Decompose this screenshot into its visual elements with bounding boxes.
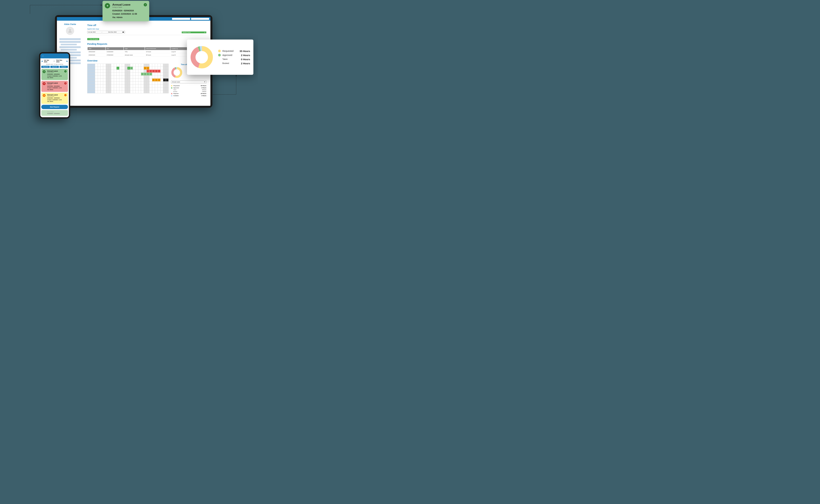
calendar-cell[interactable] xyxy=(166,79,169,82)
calendar-cell[interactable] xyxy=(163,79,166,82)
calendar-cell[interactable] xyxy=(155,90,158,93)
calendar-cell[interactable] xyxy=(144,64,147,67)
calendar-cell[interactable] xyxy=(122,67,125,70)
calendar-cell[interactable] xyxy=(158,76,160,79)
calendar-cell[interactable] xyxy=(125,73,127,76)
calendar-cell[interactable] xyxy=(95,82,98,84)
calendar-cell[interactable] xyxy=(109,82,111,84)
calendar-cell[interactable]: ✈ xyxy=(144,67,147,70)
calendar-cell[interactable] xyxy=(155,73,158,76)
date-arrows-icon[interactable]: ◀▶ xyxy=(122,31,124,33)
leave-card[interactable]: Going to Spain 01/04/2024 - 02/04/2024 xyxy=(41,110,68,116)
sidebar-nav-item[interactable] xyxy=(59,41,81,43)
calendar-cell[interactable] xyxy=(111,73,114,76)
calendar-cell[interactable] xyxy=(95,79,98,82)
calendar-cell[interactable] xyxy=(136,82,138,84)
calendar-cell[interactable]: ✈ xyxy=(149,73,152,76)
calendar-cell[interactable] xyxy=(149,76,152,79)
calendar-cell[interactable] xyxy=(138,76,141,79)
calendar-cell[interactable] xyxy=(117,70,119,73)
calendar-cell[interactable] xyxy=(144,87,147,90)
calendar-cell[interactable] xyxy=(109,64,111,67)
calendar-cell[interactable] xyxy=(138,82,141,84)
calendar-cell[interactable] xyxy=(138,79,141,82)
calendar-cell[interactable] xyxy=(109,84,111,87)
leave-card[interactable]: ✈ ✕ Annual Leave Sabbatical 01/07/2024 -… xyxy=(41,81,68,92)
calendar-cell[interactable]: ✈ xyxy=(152,70,155,73)
calendar-cell[interactable] xyxy=(117,90,119,93)
calendar-cell[interactable] xyxy=(98,90,100,93)
calendar-cell[interactable] xyxy=(155,67,158,70)
calendar-cell[interactable] xyxy=(155,64,158,67)
calendar-cell[interactable] xyxy=(141,64,144,67)
calendar-cell[interactable] xyxy=(149,87,152,90)
calendar-cell[interactable] xyxy=(130,90,133,93)
calendar-cell[interactable] xyxy=(106,87,108,90)
calendar-cell[interactable] xyxy=(117,82,119,84)
back-arrow-icon[interactable]: ← xyxy=(42,55,44,57)
calendar-cell[interactable] xyxy=(114,87,116,90)
calendar-cell[interactable] xyxy=(98,73,100,76)
chevron-left-icon[interactable]: ◀ xyxy=(41,60,43,62)
calendar-cell[interactable] xyxy=(111,87,114,90)
calendar-cell[interactable] xyxy=(141,67,144,70)
calendar-cell[interactable] xyxy=(119,82,122,84)
calendar-cell[interactable] xyxy=(103,67,106,70)
calendar-cell[interactable]: ✈ xyxy=(149,70,152,73)
calendar-cell[interactable] xyxy=(98,79,100,82)
calendar-cell[interactable] xyxy=(100,90,103,93)
phone-date-range[interactable]: ◀ 1st Jan 2024 — 31st Dec 2024 ▶ xyxy=(40,58,69,64)
calendar-cell[interactable] xyxy=(95,67,98,70)
calendar-cell[interactable] xyxy=(136,90,138,93)
calendar-cell[interactable] xyxy=(152,73,155,76)
calendar-cell[interactable] xyxy=(136,84,138,87)
calendar-cell[interactable] xyxy=(149,67,152,70)
calendar-cell[interactable] xyxy=(103,84,106,87)
calendar-cell[interactable] xyxy=(133,87,136,90)
calendar-cell[interactable] xyxy=(138,90,141,93)
calendar-cell[interactable] xyxy=(130,73,133,76)
calendar-cell[interactable] xyxy=(122,70,125,73)
calendar-cell[interactable] xyxy=(103,82,106,84)
calendar-cell[interactable] xyxy=(152,84,155,87)
calendar-cell[interactable] xyxy=(136,79,138,82)
calendar-cell[interactable]: ✈ xyxy=(155,79,158,82)
calendar-cell[interactable] xyxy=(100,64,103,67)
calendar-cell[interactable] xyxy=(125,64,127,67)
calendar-cell[interactable] xyxy=(100,76,103,79)
calendar-cell[interactable] xyxy=(125,67,127,70)
calendar-cell[interactable] xyxy=(111,76,114,79)
calendar-cell[interactable] xyxy=(166,73,169,76)
calendar-cell[interactable] xyxy=(111,82,114,84)
calendar-cell[interactable] xyxy=(152,90,155,93)
chevron-right-icon[interactable]: ▶ xyxy=(67,60,68,62)
sidebar-nav-item[interactable] xyxy=(61,44,77,45)
calendar-cell[interactable] xyxy=(100,82,103,84)
calendar-cell[interactable] xyxy=(160,64,163,67)
calendar-cell[interactable] xyxy=(158,73,160,76)
calendar-cell[interactable] xyxy=(119,90,122,93)
calendar-cell[interactable] xyxy=(100,73,103,76)
timeoff-request-button[interactable]: +Time off request xyxy=(87,38,99,40)
calendar-cell[interactable] xyxy=(136,70,138,73)
calendar-cell[interactable] xyxy=(103,79,106,82)
calendar-cell[interactable] xyxy=(152,87,155,90)
calendar-cell[interactable] xyxy=(106,82,108,84)
calendar-cell[interactable] xyxy=(106,76,108,79)
calendar-cell[interactable] xyxy=(127,79,130,82)
calendar-cell[interactable] xyxy=(166,82,169,84)
calendar-cell[interactable] xyxy=(158,64,160,67)
calendar-cell[interactable] xyxy=(95,76,98,79)
calendar-cell[interactable] xyxy=(138,87,141,90)
calendar-cell[interactable] xyxy=(122,87,125,90)
calendar-cell[interactable] xyxy=(127,76,130,79)
calendar-cell[interactable] xyxy=(111,70,114,73)
calendar-cell[interactable] xyxy=(144,76,147,79)
calendar-cell[interactable] xyxy=(114,76,116,79)
calendar-cell[interactable] xyxy=(103,64,106,67)
calendar-cell[interactable] xyxy=(130,76,133,79)
calendar-cell[interactable] xyxy=(127,90,130,93)
calendar-cell[interactable] xyxy=(138,64,141,67)
calendar-cell[interactable] xyxy=(117,84,119,87)
calendar-cell[interactable] xyxy=(144,82,147,84)
